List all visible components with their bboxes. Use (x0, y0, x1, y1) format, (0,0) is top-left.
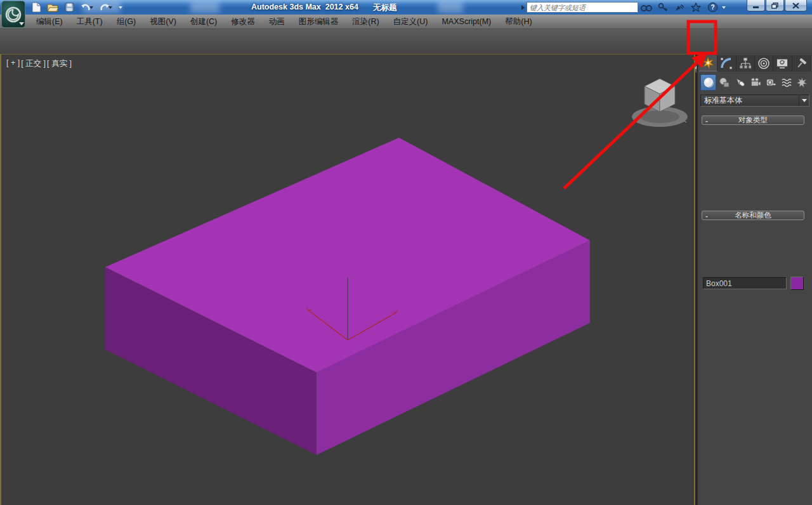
qat-customize-caret (119, 6, 122, 9)
search-launch-arrow[interactable] (521, 5, 525, 10)
infocenter: ? (521, 1, 728, 13)
command-panel-tabs (699, 55, 811, 72)
restore-icon (771, 3, 778, 9)
primitive-category-dropdown[interactable]: 标准基本体 (700, 95, 809, 107)
cameras-icon (750, 77, 761, 88)
open-file-button[interactable] (46, 1, 60, 13)
category-helpers[interactable] (764, 74, 778, 91)
undo-dropdown-caret[interactable] (89, 6, 93, 9)
tab-hierarchy[interactable] (737, 55, 755, 72)
open-file-icon (47, 3, 58, 12)
save-file-button[interactable] (62, 1, 76, 13)
tab-utilities[interactable] (792, 55, 811, 72)
menu-views[interactable]: 视图(V) (143, 15, 183, 29)
primitive-category-value: 标准基本体 (704, 95, 742, 106)
menu-edit[interactable]: 编辑(E) (29, 15, 70, 29)
communication-center-icon (674, 3, 684, 12)
help-dropdown-caret[interactable] (721, 1, 728, 13)
tab-motion[interactable] (755, 55, 773, 72)
object-type-rollout-header[interactable]: - 对象类型 (702, 115, 804, 125)
dropdown-arrow[interactable] (799, 95, 809, 106)
menu-tools[interactable]: 工具(T) (70, 15, 110, 29)
collapse-icon[interactable]: - (702, 212, 711, 220)
title-bar: Autodesk 3ds Max 2012 x64 无标题 (0, 0, 812, 15)
svg-text:?: ? (710, 4, 714, 11)
redo-button[interactable] (98, 1, 114, 13)
favorites-star-icon (691, 3, 701, 12)
minimize-button[interactable] (747, 0, 765, 11)
application-menu-button[interactable] (1, 1, 25, 28)
category-cameras[interactable] (748, 74, 763, 91)
search-input[interactable] (527, 2, 638, 13)
hierarchy-tab-icon (739, 57, 752, 70)
qat-customize-button[interactable] (117, 1, 126, 13)
tab-modify[interactable] (717, 55, 736, 72)
favorites-button[interactable] (688, 1, 704, 13)
document-title: 无标题 (373, 3, 397, 13)
glass-highlight (190, 1, 219, 13)
create-tab-icon (702, 56, 714, 69)
display-tab-icon (776, 57, 789, 70)
tab-display[interactable] (773, 55, 792, 72)
app-menu-caret (19, 22, 24, 25)
main-toolbar: 全部 (0, 29, 812, 54)
save-file-icon (65, 3, 74, 12)
new-file-icon (32, 2, 41, 13)
name-color-rollout-header[interactable]: - 名称和颜色 (702, 211, 804, 220)
viewport-menu-general[interactable]: [ + ] (6, 58, 20, 69)
glass-highlight (438, 1, 463, 13)
help-icon: ? (707, 2, 718, 13)
category-shapes[interactable] (717, 74, 731, 91)
perspective-viewport[interactable]: [ + ] [ 正交 ] [ 真实 ] (0, 54, 695, 505)
menu-customize[interactable]: 自定义(U) (386, 15, 435, 29)
subscription-button[interactable] (655, 1, 671, 13)
menu-rendering[interactable]: 渲染(R) (345, 15, 386, 29)
space-warps-icon (781, 77, 792, 88)
viewcube[interactable] (632, 79, 688, 127)
license-key-icon (658, 3, 668, 12)
redo-dropdown-caret[interactable] (108, 6, 112, 9)
object-color-swatch[interactable] (790, 277, 804, 290)
modify-tab-icon (720, 57, 733, 70)
utilities-tab-icon (795, 57, 808, 70)
close-button[interactable] (785, 0, 807, 11)
minimize-icon (753, 3, 759, 8)
viewport-label: [ + ] [ 正交 ] [ 真实 ] (6, 58, 72, 69)
menu-maxscript[interactable]: MAXScript(M) (435, 15, 498, 29)
menu-bar: 编辑(E) 工具(T) 组(G) 视图(V) 创建(C) 修改器 动画 图形编辑… (0, 15, 812, 29)
helpers-icon (765, 77, 776, 88)
menu-create[interactable]: 创建(C) (183, 15, 224, 29)
lights-icon (735, 77, 746, 88)
category-geometry[interactable] (700, 74, 716, 91)
3dsmax-logo-icon (4, 6, 22, 23)
create-categories (700, 74, 809, 91)
menu-help[interactable]: 帮助(H) (498, 15, 539, 29)
category-lights[interactable] (733, 74, 747, 91)
help-button[interactable]: ? (704, 1, 721, 13)
undo-button[interactable] (79, 1, 95, 13)
category-space-warps[interactable] (779, 74, 794, 91)
systems-icon (796, 77, 808, 88)
motion-tab-icon (757, 57, 770, 70)
quick-access-toolbar (29, 1, 126, 13)
object-name-field[interactable]: Box001 (703, 277, 787, 289)
viewport-menu-pov[interactable]: [ 正交 ] (21, 58, 46, 69)
new-file-button[interactable] (29, 1, 43, 13)
viewport-scene (1, 55, 694, 505)
app-title: Autodesk 3ds Max 2012 x64 (251, 3, 358, 11)
menu-group[interactable]: 组(G) (110, 15, 143, 29)
communication-center-button[interactable] (671, 1, 688, 13)
geometry-icon (703, 77, 714, 88)
menu-animation[interactable]: 动画 (262, 15, 292, 29)
menu-modifiers[interactable]: 修改器 (224, 15, 262, 29)
close-icon (792, 3, 799, 9)
collapse-icon[interactable]: - (702, 117, 711, 124)
shapes-icon (719, 77, 730, 88)
restore-button[interactable] (766, 0, 784, 11)
viewport-menu-shading[interactable]: [ 真实 ] (47, 58, 72, 69)
menu-graph-editors[interactable]: 图形编辑器 (292, 15, 346, 29)
search-button[interactable] (638, 1, 655, 13)
window-controls (746, 0, 807, 11)
category-systems[interactable] (795, 74, 809, 91)
tab-create[interactable] (699, 55, 717, 72)
